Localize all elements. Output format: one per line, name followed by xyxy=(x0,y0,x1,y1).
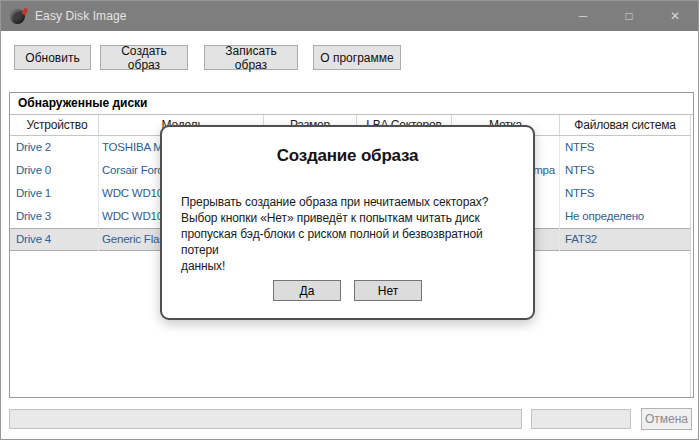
cell-device: Drive 0 xyxy=(10,159,99,182)
app-window: Easy Disk Image ─ □ ✕ Обновить Создать о… xyxy=(0,0,699,440)
cell-filesystem: Не определено xyxy=(560,205,690,228)
panel-title: Обнаруженные диски xyxy=(10,93,693,115)
minimize-button[interactable]: ─ xyxy=(560,1,606,31)
cell-filesystem: NTFS xyxy=(560,159,690,182)
secondary-progress-bar xyxy=(531,409,631,429)
window-title: Easy Disk Image xyxy=(35,9,127,23)
dialog-title: Создание образа xyxy=(162,146,533,166)
cell-filesystem: NTFS xyxy=(560,136,690,159)
close-button[interactable]: ✕ xyxy=(652,1,698,31)
window-controls: ─ □ ✕ xyxy=(560,1,698,31)
red-needle-icon xyxy=(22,7,29,15)
dialog-message: Прерывать создание образа при нечитаемых… xyxy=(181,194,517,274)
create-image-dialog: Создание образа Прерывать создание образ… xyxy=(160,125,535,320)
table-right-divider xyxy=(690,114,691,397)
yes-button[interactable]: Да xyxy=(273,280,341,301)
cancel-button[interactable]: Отмена xyxy=(641,408,692,430)
cell-device: Drive 1 xyxy=(10,182,99,205)
dialog-buttons: Да Нет xyxy=(162,280,533,301)
column-header-device[interactable]: Устройство xyxy=(10,115,99,135)
create-image-button[interactable]: Создать образ xyxy=(100,45,188,70)
refresh-button[interactable]: Обновить xyxy=(14,45,91,70)
maximize-button[interactable]: □ xyxy=(606,1,652,31)
app-icon xyxy=(10,8,27,25)
no-button[interactable]: Нет xyxy=(354,280,422,301)
cell-filesystem: FAT32 xyxy=(560,228,690,251)
cell-filesystem: NTFS xyxy=(560,182,690,205)
cell-device: Drive 3 xyxy=(10,205,99,228)
cell-device: Drive 2 xyxy=(10,136,99,159)
cell-device: Drive 4 xyxy=(10,228,99,251)
about-button[interactable]: О программе xyxy=(313,45,401,70)
titlebar: Easy Disk Image ─ □ ✕ xyxy=(1,1,698,31)
column-header-filesystem[interactable]: Файловая система xyxy=(560,115,690,135)
write-image-button[interactable]: Записать образ xyxy=(204,45,298,70)
progress-bar xyxy=(9,409,522,429)
